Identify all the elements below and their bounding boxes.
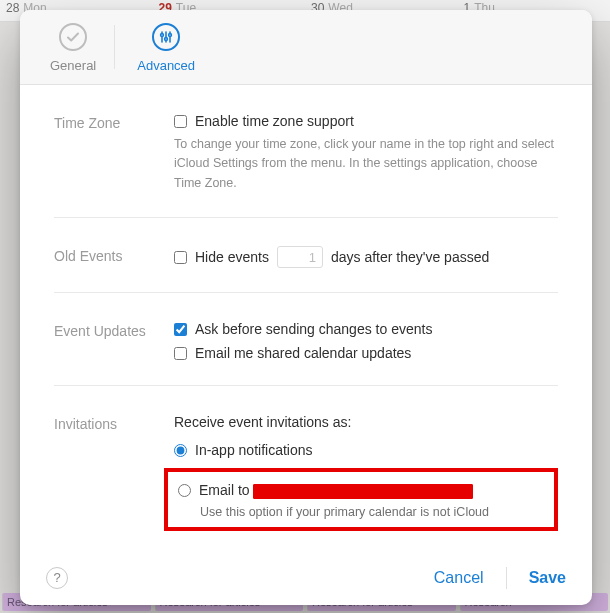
hide-events-checkbox[interactable] (174, 251, 187, 264)
tab-divider (114, 25, 115, 69)
tab-advanced[interactable]: Advanced (125, 12, 207, 83)
email-shared-updates-row[interactable]: Email me shared calendar updates (174, 345, 558, 361)
checkmark-icon (58, 22, 88, 52)
time-zone-description: To change your time zone, click your nam… (174, 135, 558, 193)
cancel-button[interactable]: Cancel (434, 569, 484, 587)
enable-time-zone-checkbox[interactable] (174, 115, 187, 128)
section-label: Old Events (54, 246, 174, 268)
invitations-in-app-label: In-app notifications (195, 442, 313, 458)
save-button[interactable]: Save (529, 569, 566, 587)
section-old-events: Old Events Hide events days after they'v… (54, 218, 558, 293)
section-label: Time Zone (54, 113, 174, 193)
footer-actions: Cancel Save (434, 567, 566, 589)
preferences-footer: ? Cancel Save (20, 555, 592, 605)
help-icon: ? (53, 570, 60, 585)
hide-events-suffix: days after they've passed (331, 249, 489, 265)
ask-before-sending-checkbox[interactable] (174, 323, 187, 336)
preferences-tabbar: General Advanced (20, 10, 592, 85)
redacted-email (253, 484, 473, 499)
sliders-icon (151, 22, 181, 52)
hide-events-prefix: Hide events (195, 249, 269, 265)
section-time-zone: Time Zone Enable time zone support To ch… (54, 85, 558, 218)
invitations-email-radio[interactable] (178, 484, 191, 497)
invitations-radio-group: In-app notifications Email to Use this o… (174, 438, 558, 531)
ask-before-sending-row[interactable]: Ask before sending changes to events (174, 321, 558, 337)
invitations-intro: Receive event invitations as: (174, 414, 558, 430)
svg-point-5 (169, 33, 172, 36)
preferences-modal: General Advanced Time Zone (20, 10, 592, 605)
invitations-in-app-radio[interactable] (174, 444, 187, 457)
email-shared-updates-checkbox[interactable] (174, 347, 187, 360)
section-label: Event Updates (54, 321, 174, 361)
section-invitations: Invitations Receive event invitations as… (54, 386, 558, 555)
tab-general[interactable]: General (38, 12, 108, 83)
hide-events-days-input[interactable] (277, 246, 323, 268)
section-label: Invitations (54, 414, 174, 531)
invitations-in-app-row[interactable]: In-app notifications (174, 438, 558, 462)
hide-events-row[interactable]: Hide events days after they've passed (174, 246, 558, 268)
ask-before-sending-label: Ask before sending changes to events (195, 321, 432, 337)
calendar-day-num: 28 (6, 1, 19, 21)
footer-divider (506, 567, 507, 589)
preferences-body: Time Zone Enable time zone support To ch… (20, 85, 592, 555)
tab-label: Advanced (137, 58, 195, 73)
annotation-highlight-box: Email to Use this option if your primary… (164, 468, 558, 531)
email-shared-updates-label: Email me shared calendar updates (195, 345, 411, 361)
tab-label: General (50, 58, 96, 73)
enable-time-zone-label: Enable time zone support (195, 113, 354, 129)
svg-point-3 (165, 37, 168, 40)
enable-time-zone-row[interactable]: Enable time zone support (174, 113, 558, 129)
invitations-email-subtext: Use this option if your primary calendar… (200, 505, 544, 519)
svg-point-1 (161, 33, 164, 36)
invitations-email-label: Email to (199, 482, 473, 499)
help-button[interactable]: ? (46, 567, 68, 589)
invitations-email-row[interactable]: Email to (178, 478, 544, 503)
section-event-updates: Event Updates Ask before sending changes… (54, 293, 558, 386)
